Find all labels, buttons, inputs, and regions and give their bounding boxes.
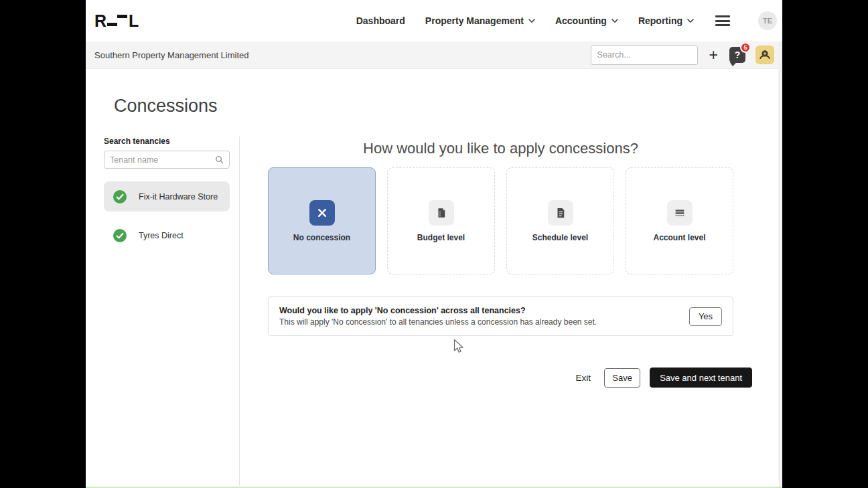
option-card-schedule-level[interactable]: Schedule level xyxy=(506,167,614,274)
exit-button[interactable]: Exit xyxy=(572,370,595,386)
logo-bar-high xyxy=(117,15,127,18)
tenant-list-item[interactable]: Tyres Direct xyxy=(104,220,230,250)
option-icon-tile xyxy=(309,200,335,226)
chevron-down-icon xyxy=(687,19,694,23)
account-table-icon xyxy=(674,207,686,219)
chevron-down-icon xyxy=(611,19,618,23)
logo-letter-left: R xyxy=(94,11,106,31)
save-and-next-tenant-button[interactable]: Save and next tenant xyxy=(650,368,752,388)
app-window: R L Dashboard Property Management Accoun… xyxy=(86,0,782,488)
tenancy-sidebar: Search tenancies Fix-it Hardware St xyxy=(104,137,230,250)
search-icon xyxy=(215,155,224,164)
nav-item-label: Accounting xyxy=(555,15,607,26)
user-avatar[interactable]: TE xyxy=(758,11,777,30)
menu-bar xyxy=(715,15,730,17)
apply-all-text: Would you like to apply 'No concession' … xyxy=(279,306,597,327)
check-circle-icon xyxy=(113,190,127,204)
global-search-input[interactable] xyxy=(597,50,691,60)
option-card-budget-level[interactable]: Budget level xyxy=(387,167,495,274)
search-tenancies-label: Search tenancies xyxy=(104,137,230,146)
page-title: Concessions xyxy=(114,96,218,116)
logo-letter-right: L xyxy=(129,11,138,31)
chevron-down-icon xyxy=(528,19,535,23)
add-button[interactable]: + xyxy=(708,48,719,62)
support-agent-icon xyxy=(758,48,772,62)
notification-badge: 5 xyxy=(740,42,751,53)
option-card-account-level[interactable]: Account level xyxy=(626,167,733,274)
tenant-name: Fix-it Hardware Store xyxy=(139,192,218,201)
schedule-document-icon xyxy=(555,207,567,219)
support-chat-button[interactable] xyxy=(755,46,774,64)
logo-bar-low xyxy=(107,23,117,26)
x-icon xyxy=(317,208,328,218)
tenant-search-input[interactable] xyxy=(110,155,215,165)
help-button[interactable]: ? 5 xyxy=(729,47,745,63)
option-label: No concession xyxy=(293,233,350,242)
sidebar-divider xyxy=(239,137,240,486)
option-label: Schedule level xyxy=(532,233,588,242)
logo-bars-icon xyxy=(106,13,128,28)
apply-all-description: This will apply 'No concession' to all t… xyxy=(279,317,597,327)
save-button[interactable]: Save xyxy=(604,368,640,388)
scrollbar-track[interactable] xyxy=(778,42,782,487)
org-bar-tools: + ? 5 xyxy=(591,46,774,65)
tenant-name: Tyres Direct xyxy=(139,231,184,240)
top-nav-bar: R L Dashboard Property Management Accoun… xyxy=(86,0,782,42)
concessions-question: How would you like to apply concessions? xyxy=(268,139,733,159)
apply-all-title: Would you like to apply 'No concession' … xyxy=(279,306,597,315)
option-icon-tile xyxy=(667,200,693,226)
yes-button[interactable]: Yes xyxy=(689,307,722,326)
option-label: Account level xyxy=(653,233,705,242)
option-icon-tile xyxy=(548,200,573,226)
company-name: Southern Property Management Limited xyxy=(94,50,249,60)
nav-item-property-management[interactable]: Property Management xyxy=(425,15,535,26)
tenant-list: Fix-it Hardware Store Tyres Direct xyxy=(104,181,230,250)
option-label: Budget level xyxy=(417,233,465,242)
menu-bar xyxy=(715,20,730,22)
nav-item-reporting[interactable]: Reporting xyxy=(638,15,694,26)
main-nav: Dashboard Property Management Accounting… xyxy=(356,11,777,30)
nav-item-accounting[interactable]: Accounting xyxy=(555,15,618,26)
menu-icon[interactable] xyxy=(715,15,730,26)
footer-actions: Exit Save Save and next tenant xyxy=(268,368,752,388)
option-icon-tile xyxy=(429,200,454,226)
tenant-search-box xyxy=(104,151,230,169)
check-circle-icon xyxy=(113,229,127,242)
nav-item-label: Reporting xyxy=(638,15,682,26)
screen: R L Dashboard Property Management Accoun… xyxy=(0,0,868,488)
brand-logo[interactable]: R L xyxy=(94,11,138,31)
page-content: Concessions Search tenancies xyxy=(86,69,782,488)
menu-bar xyxy=(715,24,730,26)
apply-all-box: Would you like to apply 'No concession' … xyxy=(268,297,733,336)
concessions-panel: How would you like to apply concessions?… xyxy=(268,139,733,388)
tenant-list-item[interactable]: Fix-it Hardware Store xyxy=(104,181,230,212)
option-card-no-concession[interactable]: No concession xyxy=(268,167,376,274)
nav-item-label: Dashboard xyxy=(356,15,405,26)
nav-item-dashboard[interactable]: Dashboard xyxy=(356,15,405,26)
nav-item-label: Property Management xyxy=(425,15,524,26)
concession-options: No concession Budget leve xyxy=(268,167,733,274)
org-bar: Southern Property Management Limited + ?… xyxy=(86,42,782,69)
budget-document-icon xyxy=(435,207,447,219)
global-search-box xyxy=(591,46,698,65)
